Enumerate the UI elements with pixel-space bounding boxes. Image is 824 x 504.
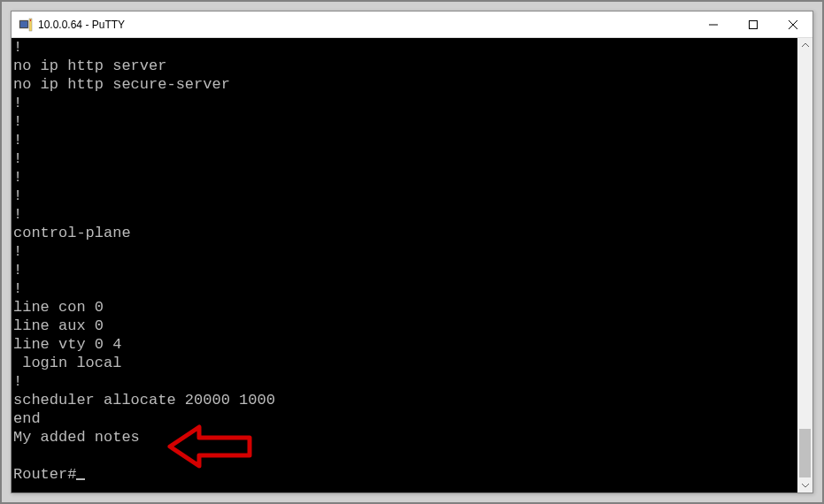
maximize-button[interactable] (733, 11, 773, 38)
scrollbar-down-button[interactable] (797, 477, 812, 493)
svg-rect-5 (749, 20, 757, 28)
scrollbar-vertical[interactable] (797, 38, 812, 493)
scrollbar-thumb[interactable] (799, 429, 811, 477)
minimize-button[interactable] (693, 11, 733, 38)
scrollbar-up-button[interactable] (797, 38, 812, 53)
svg-rect-1 (20, 21, 27, 27)
terminal-cursor (76, 478, 85, 480)
window-title: 10.0.0.64 - PuTTY (38, 19, 693, 31)
terminal-area: ! no ip http server no ip http secure-se… (12, 38, 812, 493)
putty-window: 10.0.0.64 - PuTTY ! no ip http server no… (11, 11, 813, 493)
titlebar[interactable]: 10.0.0.64 - PuTTY (12, 11, 812, 38)
putty-icon (19, 18, 33, 32)
terminal-output[interactable]: ! no ip http server no ip http secure-se… (12, 38, 797, 493)
close-button[interactable] (773, 11, 812, 38)
